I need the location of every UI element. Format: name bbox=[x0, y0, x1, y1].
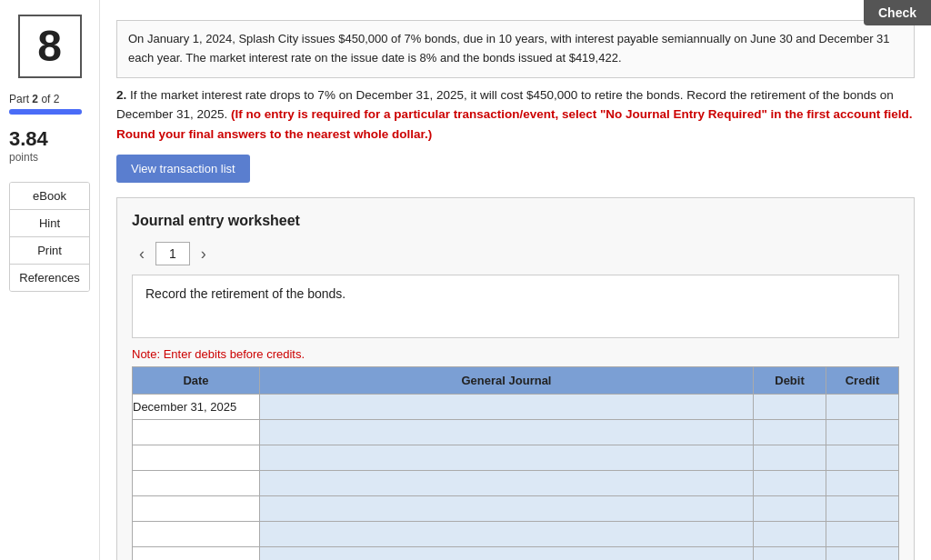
debit-cell[interactable] bbox=[754, 445, 826, 471]
date-cell bbox=[133, 522, 260, 547]
sidebar: 8 Part 2 of 2 3.84 points eBook Hint Pri… bbox=[0, 0, 100, 560]
debit-cell[interactable] bbox=[754, 395, 826, 420]
general-journal-input[interactable] bbox=[260, 522, 753, 546]
general-journal-input[interactable] bbox=[260, 496, 753, 521]
date-cell bbox=[133, 496, 260, 522]
date-cell bbox=[133, 420, 260, 445]
credit-cell[interactable] bbox=[826, 395, 899, 420]
debit-cell[interactable] bbox=[754, 471, 826, 496]
credit-input[interactable] bbox=[826, 547, 898, 560]
debit-input[interactable] bbox=[754, 420, 826, 445]
record-description: Record the retirement of the bonds. bbox=[132, 275, 899, 338]
table-row bbox=[133, 471, 899, 496]
nav-next-button[interactable]: › bbox=[194, 243, 214, 265]
sidebar-link-ebook[interactable]: eBook bbox=[10, 183, 89, 210]
record-description-text: Record the retirement of the bonds. bbox=[145, 286, 345, 301]
credit-cell[interactable] bbox=[826, 445, 899, 471]
instruction-red: (If no entry is required for a particula… bbox=[116, 107, 913, 141]
general-journal-cell[interactable] bbox=[260, 522, 754, 547]
general-journal-input[interactable] bbox=[260, 471, 753, 495]
check-button[interactable]: Check bbox=[864, 0, 931, 25]
debit-input[interactable] bbox=[754, 471, 826, 495]
table-row: December 31, 2025 bbox=[133, 395, 899, 420]
debit-input[interactable] bbox=[754, 522, 826, 546]
debit-input[interactable] bbox=[754, 547, 826, 560]
general-journal-cell[interactable] bbox=[260, 547, 754, 560]
credit-cell[interactable] bbox=[826, 496, 899, 522]
table-row bbox=[133, 522, 899, 547]
question-number: 8 bbox=[37, 25, 62, 68]
note-text: Note: Enter debits before credits. bbox=[132, 347, 899, 361]
table-row bbox=[133, 496, 899, 522]
debit-input[interactable] bbox=[754, 445, 826, 470]
debit-cell[interactable] bbox=[754, 547, 826, 560]
credit-input[interactable] bbox=[826, 395, 898, 419]
credit-cell[interactable] bbox=[826, 420, 899, 445]
date-cell: December 31, 2025 bbox=[133, 395, 260, 420]
debit-input[interactable] bbox=[754, 496, 826, 521]
view-transaction-button[interactable]: View transaction list bbox=[116, 155, 250, 183]
table-row bbox=[133, 547, 899, 560]
journal-worksheet: Journal entry worksheet ‹ 1 › Record the… bbox=[116, 197, 915, 560]
problem-header: On January 1, 2024, Splash City issues $… bbox=[116, 20, 915, 78]
general-journal-cell[interactable] bbox=[260, 445, 754, 471]
journal-table: Date General Journal Debit Credit Decemb… bbox=[132, 366, 899, 560]
table-row bbox=[133, 445, 899, 471]
nav-prev-button[interactable]: ‹ bbox=[132, 243, 152, 265]
date-cell bbox=[133, 471, 260, 496]
main-content: Check On January 1, 2024, Splash City is… bbox=[100, 0, 931, 560]
question-intro: 2. bbox=[116, 88, 126, 102]
progress-bar-container bbox=[9, 109, 82, 115]
debit-input[interactable] bbox=[754, 395, 826, 419]
date-cell bbox=[133, 445, 260, 471]
general-journal-cell[interactable] bbox=[260, 471, 754, 496]
credit-input[interactable] bbox=[826, 522, 898, 546]
progress-bar-fill bbox=[9, 109, 82, 115]
credit-cell[interactable] bbox=[826, 522, 899, 547]
sidebar-link-references[interactable]: References bbox=[10, 265, 89, 291]
worksheet-nav: ‹ 1 › bbox=[132, 242, 899, 265]
credit-input[interactable] bbox=[826, 445, 898, 470]
sidebar-link-print[interactable]: Print bbox=[10, 237, 89, 265]
general-journal-input[interactable] bbox=[260, 420, 753, 445]
tab-number: 1 bbox=[155, 242, 190, 265]
question-number-box: 8 bbox=[18, 15, 82, 78]
debit-cell[interactable] bbox=[754, 420, 826, 445]
col-header-date: Date bbox=[133, 367, 260, 395]
part-label: Part 2 of 2 bbox=[9, 93, 59, 105]
general-journal-cell[interactable] bbox=[260, 395, 754, 420]
credit-input[interactable] bbox=[826, 471, 898, 495]
debit-cell[interactable] bbox=[754, 522, 826, 547]
sidebar-link-hint[interactable]: Hint bbox=[10, 210, 89, 237]
general-journal-input[interactable] bbox=[260, 445, 753, 470]
points-label: points bbox=[9, 151, 38, 164]
col-header-debit: Debit bbox=[754, 367, 826, 395]
table-row bbox=[133, 420, 899, 445]
general-journal-cell[interactable] bbox=[260, 496, 754, 522]
date-cell bbox=[133, 547, 260, 560]
col-header-credit: Credit bbox=[826, 367, 899, 395]
credit-input[interactable] bbox=[826, 496, 898, 521]
credit-cell[interactable] bbox=[826, 547, 899, 560]
sidebar-links: eBook Hint Print References bbox=[9, 182, 90, 292]
debit-cell[interactable] bbox=[754, 496, 826, 522]
general-journal-input[interactable] bbox=[260, 547, 753, 560]
col-header-general-journal: General Journal bbox=[260, 367, 754, 395]
problem-text: On January 1, 2024, Splash City issues $… bbox=[128, 32, 890, 65]
credit-cell[interactable] bbox=[826, 471, 899, 496]
credit-input[interactable] bbox=[826, 420, 898, 445]
journal-worksheet-title: Journal entry worksheet bbox=[132, 213, 899, 229]
question-body: 2. If the market interest rate drops to … bbox=[116, 85, 915, 145]
general-journal-cell[interactable] bbox=[260, 420, 754, 445]
general-journal-input[interactable] bbox=[260, 395, 753, 419]
points-value: 3.84 bbox=[9, 127, 48, 151]
